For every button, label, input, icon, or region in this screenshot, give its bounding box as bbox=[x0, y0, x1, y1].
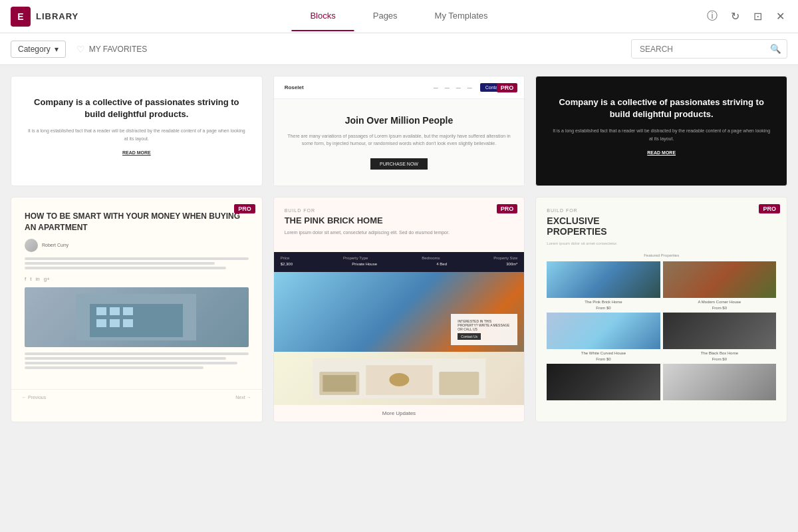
content-area: Company is a collective of passionates s… bbox=[0, 65, 798, 532]
td-bedrooms: 4 Bed bbox=[436, 262, 447, 266]
card1-read-more[interactable]: READ MORE bbox=[27, 150, 246, 155]
svg-rect-6 bbox=[110, 319, 120, 327]
svg-rect-2 bbox=[96, 307, 106, 315]
search-button[interactable]: 🔍 bbox=[765, 40, 787, 58]
nav-link: — bbox=[434, 85, 438, 90]
svg-rect-5 bbox=[96, 319, 106, 327]
exclusive-inner: Build for EXCLUSIVE PROPERTIES Lorem ips… bbox=[536, 198, 787, 410]
info-icon[interactable]: ⓘ bbox=[705, 9, 720, 24]
brick-header: Build for THE PINK BRICK HOME Lorem ipsu… bbox=[274, 198, 525, 252]
body-lines bbox=[25, 257, 249, 269]
brick-title: THE PINK BRICK HOME bbox=[285, 215, 514, 225]
th-price: Price bbox=[281, 256, 290, 260]
pagination-row: ← Previous Next → bbox=[11, 389, 262, 405]
card-smart-pro[interactable]: PRO HOW TO BE SMART WITH YOUR MONEY WHEN… bbox=[11, 197, 263, 422]
th-type: Property Type bbox=[343, 256, 368, 260]
logo-icon: E bbox=[11, 7, 31, 27]
prop-name-2: A Modern Corner House bbox=[663, 300, 776, 304]
prop-name-3: The White Curved House bbox=[547, 351, 660, 355]
twitter-icon[interactable]: t bbox=[30, 276, 31, 282]
save-icon[interactable]: ⊡ bbox=[750, 9, 765, 24]
property-grid: The Pink Brick Home From $0 A Modern Cor… bbox=[547, 261, 776, 400]
th-bedrooms: Bedrooms bbox=[422, 256, 440, 260]
nav-link: — bbox=[456, 85, 461, 90]
header-actions: ⓘ ↻ ⊡ ✕ bbox=[705, 9, 787, 24]
bottom-lines bbox=[25, 352, 249, 369]
property-3[interactable]: The White Curved House From $0 bbox=[547, 313, 660, 361]
contact-button[interactable]: Contact Us bbox=[458, 333, 481, 340]
svg-point-12 bbox=[389, 373, 409, 386]
card4-title: HOW TO BE SMART WITH YOUR MONEY WHEN BUY… bbox=[25, 211, 249, 233]
svg-rect-10 bbox=[323, 375, 356, 392]
brick-table: Price Property Type Bedrooms Property Si… bbox=[274, 252, 525, 272]
author-name: Robert Curry bbox=[42, 243, 68, 247]
property-2[interactable]: A Modern Corner House From $0 bbox=[663, 261, 776, 310]
tab-my-templates[interactable]: My Templates bbox=[416, 1, 507, 31]
tab-blocks[interactable]: Blocks bbox=[291, 1, 354, 31]
nav-links: — — — — bbox=[434, 85, 472, 90]
table-headers: Price Property Type Bedrooms Property Si… bbox=[281, 256, 518, 260]
pro-badge-exclusive: PRO bbox=[759, 204, 780, 213]
card1-headline: Company is a collective of passionates s… bbox=[27, 96, 246, 120]
avatar bbox=[25, 239, 38, 252]
prop-name-1: The Pink Brick Home bbox=[547, 300, 660, 304]
property-5[interactable] bbox=[547, 364, 660, 400]
property-1[interactable]: The Pink Brick Home From $0 bbox=[547, 261, 660, 310]
search-input[interactable] bbox=[632, 41, 765, 58]
property-4[interactable]: The Black Box Home From $0 bbox=[663, 313, 776, 361]
prop-price-1: From $0 bbox=[547, 306, 660, 310]
td-type: Private House bbox=[352, 262, 377, 266]
property-6[interactable] bbox=[663, 364, 776, 400]
brick-pre-title: Build for bbox=[285, 208, 514, 213]
featured-label: Featured Properties bbox=[547, 253, 776, 257]
search-icon: 🔍 bbox=[770, 44, 781, 54]
prev-link[interactable]: ← Previous bbox=[22, 395, 46, 400]
featured-section: Featured Properties bbox=[547, 253, 776, 257]
linkedin-icon[interactable]: in bbox=[35, 276, 39, 282]
favorites-button[interactable]: ♡ MY FAVORITES bbox=[76, 44, 148, 55]
refresh-icon[interactable]: ↻ bbox=[728, 9, 742, 24]
heart-icon: ♡ bbox=[76, 44, 85, 55]
card-exclusive-pro[interactable]: PRO Build for EXCLUSIVE PROPERTIES Lorem… bbox=[535, 197, 787, 422]
svg-rect-4 bbox=[123, 307, 133, 315]
author-row: Robert Curry bbox=[25, 239, 249, 252]
card-company-black[interactable]: Company is a collective of passionates s… bbox=[535, 76, 787, 186]
toolbar: Category ▾ ♡ MY FAVORITES 🔍 bbox=[0, 33, 798, 65]
nav-link: — bbox=[467, 85, 472, 90]
logo-text: LIBRARY bbox=[36, 11, 78, 21]
join-title: Join Over Million People bbox=[287, 115, 511, 126]
prop-price-3: From $0 bbox=[547, 357, 660, 361]
card-brick-pro[interactable]: PRO Build for THE PINK BRICK HOME Lorem … bbox=[273, 197, 525, 422]
contact-text: INTERESTED IN THIS PROPERTY? WRITE A MES… bbox=[458, 319, 511, 331]
social-row: f t in g+ bbox=[25, 276, 249, 282]
td-size: 300m² bbox=[506, 262, 517, 266]
card-company-white[interactable]: Company is a collective of passionates s… bbox=[11, 76, 263, 186]
nav-link: — bbox=[445, 85, 450, 90]
card-join: Join Over Million People There are many … bbox=[274, 99, 525, 186]
category-dropdown[interactable]: Category ▾ bbox=[11, 41, 66, 58]
logo-area: E LIBRARY bbox=[11, 7, 117, 27]
googleplus-icon[interactable]: g+ bbox=[44, 276, 50, 282]
join-button[interactable]: PURCHASE NOW bbox=[370, 158, 428, 170]
th-size: Property Size bbox=[493, 256, 517, 260]
tab-pages[interactable]: Pages bbox=[354, 1, 416, 31]
contact-overlay: INTERESTED IN THIS PROPERTY? WRITE A MES… bbox=[451, 314, 517, 345]
table-values: $2,300 Private House 4 Bed 300m² bbox=[281, 262, 518, 266]
join-body: There are many variations of passages of… bbox=[287, 132, 511, 147]
nav-strip: Roselet — — — — Contact Us bbox=[274, 76, 525, 99]
more-updates[interactable]: More Updates bbox=[274, 405, 525, 422]
pro-badge: PRO bbox=[497, 83, 518, 92]
card-nav-pro[interactable]: PRO Roselet — — — — Contact Us Join Over… bbox=[273, 76, 525, 186]
facebook-icon[interactable]: f bbox=[25, 276, 26, 282]
exclusive-label: Build for bbox=[547, 208, 776, 213]
exclusive-body: Lorem ipsum dolor sit amet consectetur. bbox=[547, 241, 776, 246]
close-icon[interactable]: ✕ bbox=[773, 9, 787, 24]
card1-body: It is a long established fact that a rea… bbox=[27, 127, 246, 142]
card6-headline: Company is a collective of passionates s… bbox=[552, 96, 771, 120]
main-container: Company is a collective of passionates s… bbox=[0, 65, 798, 532]
exclusive-title: EXCLUSIVE PROPERTIES bbox=[547, 215, 776, 237]
search-area: 🔍 bbox=[631, 39, 787, 59]
card6-read-more[interactable]: READ MORE bbox=[552, 150, 771, 155]
next-link[interactable]: Next → bbox=[235, 395, 251, 400]
svg-rect-13 bbox=[439, 372, 479, 395]
